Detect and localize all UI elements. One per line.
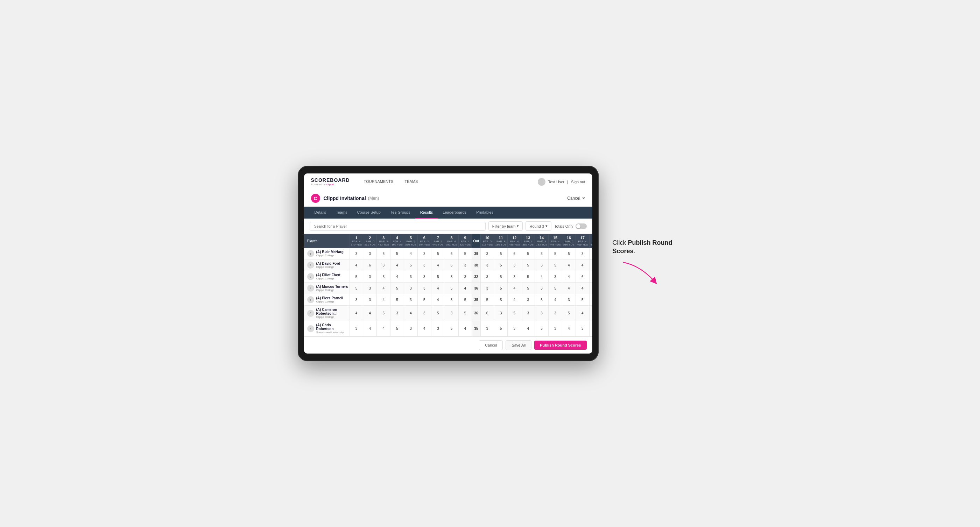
hole-11-score[interactable]: 5: [494, 259, 508, 271]
hole-15-score[interactable]: 3: [548, 306, 562, 321]
sign-out-link[interactable]: Sign out: [571, 180, 585, 184]
hole-9-score[interactable]: 4: [458, 321, 472, 337]
hole-2-score[interactable]: 4: [363, 306, 377, 321]
hole-18-score[interactable]: 4: [589, 248, 592, 259]
hole-11-score[interactable]: 5: [494, 294, 508, 306]
hole-2-score[interactable]: 3: [363, 271, 377, 283]
hole-12-score[interactable]: 3: [508, 271, 521, 283]
totals-only-toggle[interactable]: Totals Only: [554, 224, 586, 229]
hole-4-score[interactable]: 5: [390, 294, 404, 306]
hole-11-score[interactable]: 5: [494, 321, 508, 337]
hole-13-score[interactable]: 3: [521, 294, 535, 306]
tab-details[interactable]: Details: [310, 207, 331, 219]
hole-17-score[interactable]: 6: [576, 271, 589, 283]
hole-6-score[interactable]: 3: [417, 271, 431, 283]
hole-5-score[interactable]: 4: [404, 248, 418, 259]
hole-3-score[interactable]: 3: [377, 271, 390, 283]
hole-17-score[interactable]: 4: [576, 283, 589, 294]
hole-11-score[interactable]: 5: [494, 248, 508, 259]
cancel-tournament-button[interactable]: Cancel ✕: [567, 196, 585, 201]
hole-14-score[interactable]: 3: [535, 306, 549, 321]
hole-15-score[interactable]: 3: [548, 321, 562, 337]
hole-6-score[interactable]: 3: [417, 283, 431, 294]
hole-9-score[interactable]: 5: [458, 248, 472, 259]
hole-9-score[interactable]: 5: [458, 294, 472, 306]
hole-3-score[interactable]: 5: [377, 248, 390, 259]
hole-13-score[interactable]: 5: [521, 248, 535, 259]
hole-1-score[interactable]: 5: [350, 271, 363, 283]
hole-18-score[interactable]: 5: [589, 283, 592, 294]
hole-2-score[interactable]: 4: [363, 321, 377, 337]
hole-11-score[interactable]: 3: [494, 306, 508, 321]
hole-7-score[interactable]: 4: [431, 283, 445, 294]
hole-18-score[interactable]: 5: [589, 271, 592, 283]
hole-5-score[interactable]: 5: [404, 259, 418, 271]
hole-17-score[interactable]: 3: [576, 248, 589, 259]
hole-12-score[interactable]: 3: [508, 321, 521, 337]
hole-17-score[interactable]: 4: [576, 259, 589, 271]
tab-teams[interactable]: Teams: [331, 207, 352, 219]
hole-4-score[interactable]: 4: [390, 271, 404, 283]
hole-14-score[interactable]: 3: [535, 248, 549, 259]
hole-14-score[interactable]: 3: [535, 259, 549, 271]
hole-6-score[interactable]: 3: [417, 259, 431, 271]
hole-10-score[interactable]: 5: [480, 294, 494, 306]
hole-1-score[interactable]: 3: [350, 294, 363, 306]
cancel-button[interactable]: Cancel: [479, 340, 503, 350]
hole-13-score[interactable]: 3: [521, 306, 535, 321]
hole-2-score[interactable]: 3: [363, 294, 377, 306]
hole-3-score[interactable]: 4: [377, 283, 390, 294]
hole-10-score[interactable]: 3: [480, 321, 494, 337]
hole-16-score[interactable]: 4: [562, 259, 576, 271]
hole-9-score[interactable]: 3: [458, 271, 472, 283]
hole-15-score[interactable]: 3: [548, 271, 562, 283]
hole-14-score[interactable]: 5: [535, 294, 549, 306]
hole-14-score[interactable]: 3: [535, 283, 549, 294]
tab-leaderboards[interactable]: Leaderboards: [438, 207, 471, 219]
hole-2-score[interactable]: 3: [363, 248, 377, 259]
hole-10-score[interactable]: 3: [480, 271, 494, 283]
hole-8-score[interactable]: 6: [445, 248, 458, 259]
hole-12-score[interactable]: 5: [508, 306, 521, 321]
hole-2-score[interactable]: 3: [363, 283, 377, 294]
hole-8-score[interactable]: 3: [445, 271, 458, 283]
hole-15-score[interactable]: 5: [548, 248, 562, 259]
hole-2-score[interactable]: 6: [363, 259, 377, 271]
hole-3-score[interactable]: 4: [377, 294, 390, 306]
round-select[interactable]: Round 3 ▾: [525, 221, 551, 231]
search-input[interactable]: [310, 222, 486, 231]
hole-13-score[interactable]: 4: [521, 321, 535, 337]
hole-15-score[interactable]: 5: [548, 259, 562, 271]
hole-9-score[interactable]: 3: [458, 259, 472, 271]
hole-1-score[interactable]: 3: [350, 321, 363, 337]
hole-16-score[interactable]: 5: [562, 248, 576, 259]
hole-11-score[interactable]: 5: [494, 271, 508, 283]
hole-1-score[interactable]: 3: [350, 248, 363, 259]
hole-13-score[interactable]: 5: [521, 259, 535, 271]
hole-9-score[interactable]: 5: [458, 306, 472, 321]
publish-round-scores-button[interactable]: Publish Round Scores: [534, 341, 586, 350]
hole-8-score[interactable]: 3: [445, 294, 458, 306]
hole-16-score[interactable]: 5: [562, 306, 576, 321]
toggle-track[interactable]: [576, 224, 587, 229]
hole-5-score[interactable]: 4: [404, 306, 418, 321]
hole-1-score[interactable]: 4: [350, 306, 363, 321]
hole-7-score[interactable]: 5: [431, 248, 445, 259]
hole-4-score[interactable]: 5: [390, 321, 404, 337]
hole-14-score[interactable]: 5: [535, 321, 549, 337]
hole-4-score[interactable]: 5: [390, 248, 404, 259]
hole-15-score[interactable]: 5: [548, 283, 562, 294]
hole-10-score[interactable]: 6: [480, 306, 494, 321]
hole-12-score[interactable]: 4: [508, 283, 521, 294]
hole-1-score[interactable]: 5: [350, 283, 363, 294]
hole-14-score[interactable]: 4: [535, 271, 549, 283]
hole-18-score[interactable]: 3: [589, 306, 592, 321]
hole-7-score[interactable]: 5: [431, 306, 445, 321]
hole-7-score[interactable]: 5: [431, 271, 445, 283]
tab-course-setup[interactable]: Course Setup: [352, 207, 385, 219]
hole-6-score[interactable]: 3: [417, 306, 431, 321]
hole-17-score[interactable]: 3: [576, 321, 589, 337]
hole-13-score[interactable]: 5: [521, 271, 535, 283]
save-all-button[interactable]: Save All: [506, 340, 531, 350]
hole-12-score[interactable]: 4: [508, 294, 521, 306]
